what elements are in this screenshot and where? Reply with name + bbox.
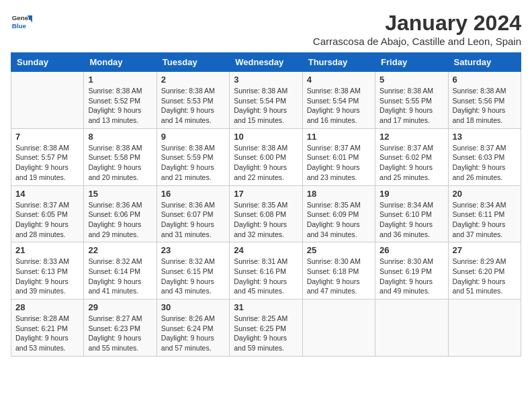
column-header-monday: Monday xyxy=(84,53,157,72)
day-number: 31 xyxy=(234,302,298,312)
day-detail: Sunrise: 8:38 AM Sunset: 5:54 PM Dayligh… xyxy=(234,86,298,126)
day-cell: 26Sunrise: 8:30 AM Sunset: 6:19 PM Dayli… xyxy=(375,242,448,300)
logo: General Blue xyxy=(11,11,32,32)
day-number: 10 xyxy=(234,132,298,142)
day-detail: Sunrise: 8:27 AM Sunset: 6:23 PM Dayligh… xyxy=(88,314,152,353)
day-cell xyxy=(375,300,448,357)
day-cell: 4Sunrise: 8:38 AM Sunset: 5:54 PM Daylig… xyxy=(302,72,375,129)
day-cell: 21Sunrise: 8:33 AM Sunset: 6:13 PM Dayli… xyxy=(11,242,84,300)
column-header-row: SundayMondayTuesdayWednesdayThursdayFrid… xyxy=(11,53,521,72)
day-cell: 12Sunrise: 8:37 AM Sunset: 6:02 PM Dayli… xyxy=(375,128,448,185)
day-cell: 11Sunrise: 8:37 AM Sunset: 6:01 PM Dayli… xyxy=(302,128,375,185)
week-row-2: 7Sunrise: 8:38 AM Sunset: 5:57 PM Daylig… xyxy=(11,128,521,185)
day-cell: 2Sunrise: 8:38 AM Sunset: 5:53 PM Daylig… xyxy=(157,72,229,129)
svg-text:Blue: Blue xyxy=(12,22,27,30)
day-detail: Sunrise: 8:38 AM Sunset: 5:58 PM Dayligh… xyxy=(88,143,152,183)
day-detail: Sunrise: 8:37 AM Sunset: 6:05 PM Dayligh… xyxy=(15,200,79,240)
day-number: 2 xyxy=(161,75,225,85)
day-detail: Sunrise: 8:30 AM Sunset: 6:18 PM Dayligh… xyxy=(307,257,371,296)
day-number: 7 xyxy=(15,132,79,142)
day-cell xyxy=(448,300,521,357)
week-row-1: 1Sunrise: 8:38 AM Sunset: 5:52 PM Daylig… xyxy=(11,72,521,129)
day-detail: Sunrise: 8:38 AM Sunset: 5:54 PM Dayligh… xyxy=(307,86,371,126)
day-number: 3 xyxy=(234,75,298,85)
day-cell: 16Sunrise: 8:36 AM Sunset: 6:07 PM Dayli… xyxy=(157,185,229,242)
day-number: 27 xyxy=(453,245,517,255)
day-cell: 24Sunrise: 8:31 AM Sunset: 6:16 PM Dayli… xyxy=(230,242,302,300)
day-detail: Sunrise: 8:26 AM Sunset: 6:24 PM Dayligh… xyxy=(161,314,225,353)
day-detail: Sunrise: 8:25 AM Sunset: 6:25 PM Dayligh… xyxy=(234,314,298,353)
day-detail: Sunrise: 8:35 AM Sunset: 6:09 PM Dayligh… xyxy=(307,200,371,240)
day-detail: Sunrise: 8:38 AM Sunset: 5:57 PM Dayligh… xyxy=(15,143,79,183)
day-detail: Sunrise: 8:33 AM Sunset: 6:13 PM Dayligh… xyxy=(15,257,79,296)
day-number: 16 xyxy=(161,189,225,199)
day-detail: Sunrise: 8:34 AM Sunset: 6:11 PM Dayligh… xyxy=(453,200,517,240)
day-detail: Sunrise: 8:36 AM Sunset: 6:06 PM Dayligh… xyxy=(88,200,152,240)
day-number: 28 xyxy=(15,302,79,312)
day-cell: 15Sunrise: 8:36 AM Sunset: 6:06 PM Dayli… xyxy=(84,185,157,242)
day-cell: 3Sunrise: 8:38 AM Sunset: 5:54 PM Daylig… xyxy=(230,72,302,129)
day-detail: Sunrise: 8:37 AM Sunset: 6:02 PM Dayligh… xyxy=(380,143,443,183)
day-cell: 25Sunrise: 8:30 AM Sunset: 6:18 PM Dayli… xyxy=(302,242,375,300)
calendar-body: 1Sunrise: 8:38 AM Sunset: 5:52 PM Daylig… xyxy=(11,72,521,357)
day-number: 29 xyxy=(88,302,152,312)
day-detail: Sunrise: 8:32 AM Sunset: 6:14 PM Dayligh… xyxy=(88,257,152,296)
day-detail: Sunrise: 8:37 AM Sunset: 6:01 PM Dayligh… xyxy=(307,143,371,183)
day-number: 22 xyxy=(88,245,152,255)
day-number: 23 xyxy=(161,245,225,255)
day-cell: 7Sunrise: 8:38 AM Sunset: 5:57 PM Daylig… xyxy=(11,128,84,185)
calendar-table: SundayMondayTuesdayWednesdayThursdayFrid… xyxy=(11,52,521,357)
day-number: 6 xyxy=(453,75,517,85)
column-header-tuesday: Tuesday xyxy=(157,53,229,72)
day-detail: Sunrise: 8:36 AM Sunset: 6:07 PM Dayligh… xyxy=(161,200,225,240)
day-cell xyxy=(11,72,84,129)
calendar-subtitle: Carrascosa de Abajo, Castille and Leon, … xyxy=(313,36,521,47)
day-number: 12 xyxy=(380,132,443,142)
day-cell xyxy=(302,300,375,357)
day-cell: 23Sunrise: 8:32 AM Sunset: 6:15 PM Dayli… xyxy=(157,242,229,300)
day-detail: Sunrise: 8:35 AM Sunset: 6:08 PM Dayligh… xyxy=(234,200,298,240)
day-cell: 22Sunrise: 8:32 AM Sunset: 6:14 PM Dayli… xyxy=(84,242,157,300)
day-cell: 14Sunrise: 8:37 AM Sunset: 6:05 PM Dayli… xyxy=(11,185,84,242)
day-detail: Sunrise: 8:32 AM Sunset: 6:15 PM Dayligh… xyxy=(161,257,225,296)
day-detail: Sunrise: 8:30 AM Sunset: 6:19 PM Dayligh… xyxy=(380,257,443,296)
day-detail: Sunrise: 8:29 AM Sunset: 6:20 PM Dayligh… xyxy=(453,257,517,296)
day-cell: 18Sunrise: 8:35 AM Sunset: 6:09 PM Dayli… xyxy=(302,185,375,242)
day-number: 25 xyxy=(307,245,371,255)
day-number: 13 xyxy=(453,132,517,142)
column-header-wednesday: Wednesday xyxy=(230,53,302,72)
day-detail: Sunrise: 8:38 AM Sunset: 5:56 PM Dayligh… xyxy=(453,86,517,126)
day-number: 4 xyxy=(307,75,371,85)
day-cell: 30Sunrise: 8:26 AM Sunset: 6:24 PM Dayli… xyxy=(157,300,229,357)
week-row-4: 21Sunrise: 8:33 AM Sunset: 6:13 PM Dayli… xyxy=(11,242,521,300)
column-header-thursday: Thursday xyxy=(302,53,375,72)
day-detail: Sunrise: 8:38 AM Sunset: 5:59 PM Dayligh… xyxy=(161,143,225,183)
day-cell: 29Sunrise: 8:27 AM Sunset: 6:23 PM Dayli… xyxy=(84,300,157,357)
calendar-title: January 2024 xyxy=(313,11,521,36)
day-number: 26 xyxy=(380,245,443,255)
day-number: 20 xyxy=(453,189,517,199)
day-detail: Sunrise: 8:34 AM Sunset: 6:10 PM Dayligh… xyxy=(380,200,443,240)
day-detail: Sunrise: 8:38 AM Sunset: 5:53 PM Dayligh… xyxy=(161,86,225,126)
day-number: 8 xyxy=(88,132,152,142)
day-cell: 13Sunrise: 8:37 AM Sunset: 6:03 PM Dayli… xyxy=(448,128,521,185)
week-row-5: 28Sunrise: 8:28 AM Sunset: 6:21 PM Dayli… xyxy=(11,300,521,357)
column-header-friday: Friday xyxy=(375,53,448,72)
day-number: 19 xyxy=(380,189,443,199)
day-detail: Sunrise: 8:31 AM Sunset: 6:16 PM Dayligh… xyxy=(234,257,298,296)
day-detail: Sunrise: 8:28 AM Sunset: 6:21 PM Dayligh… xyxy=(15,314,79,353)
day-cell: 5Sunrise: 8:38 AM Sunset: 5:55 PM Daylig… xyxy=(375,72,448,129)
logo-icon: General Blue xyxy=(11,11,32,32)
column-header-sunday: Sunday xyxy=(11,53,84,72)
day-number: 24 xyxy=(234,245,298,255)
day-number: 30 xyxy=(161,302,225,312)
day-cell: 27Sunrise: 8:29 AM Sunset: 6:20 PM Dayli… xyxy=(448,242,521,300)
day-cell: 31Sunrise: 8:25 AM Sunset: 6:25 PM Dayli… xyxy=(230,300,302,357)
day-number: 11 xyxy=(307,132,371,142)
title-block: January 2024 Carrascosa de Abajo, Castil… xyxy=(313,11,521,47)
day-cell: 10Sunrise: 8:38 AM Sunset: 6:00 PM Dayli… xyxy=(230,128,302,185)
day-cell: 6Sunrise: 8:38 AM Sunset: 5:56 PM Daylig… xyxy=(448,72,521,129)
day-cell: 1Sunrise: 8:38 AM Sunset: 5:52 PM Daylig… xyxy=(84,72,157,129)
day-cell: 28Sunrise: 8:28 AM Sunset: 6:21 PM Dayli… xyxy=(11,300,84,357)
day-number: 5 xyxy=(380,75,443,85)
